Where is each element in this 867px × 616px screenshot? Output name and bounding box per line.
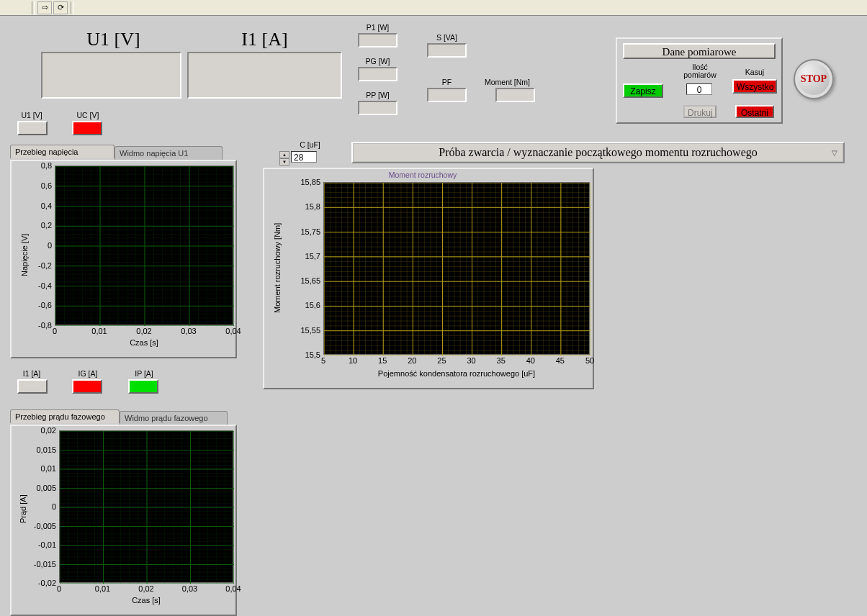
s-label: S [VA] [427, 33, 467, 42]
voltage-chart-xlabel: Czas [s] [55, 338, 233, 347]
moment-chart-title: Moment rozruchowy [351, 171, 495, 179]
pf-label: PF [427, 78, 467, 86]
ostatni-button[interactable]: Ostatni [735, 105, 774, 118]
u1-indicator [17, 121, 48, 135]
moment-chart-plot[interactable] [323, 182, 590, 355]
run-loop-button[interactable]: ⟳ [53, 1, 68, 14]
current-tab-spectrum[interactable]: Widmo prądu fazowego [120, 411, 228, 425]
moment-chart-panel: Moment rozruchowy Moment rozruchowy [Nm]… [263, 168, 594, 389]
c-label: C [uF] [290, 140, 330, 149]
p1-value [358, 33, 397, 47]
s-value [427, 43, 467, 58]
ig-indicator-label: IG [A] [70, 369, 106, 378]
voltage-chart-panel: Napięcie [V] Czas [s] 0,80,60,40,20-0,2-… [10, 160, 237, 358]
current-tab-waveform[interactable]: Przebieg prądu fazowego [10, 409, 120, 423]
voltage-tab-spectrum[interactable]: Widmo napięcia U1 [114, 146, 223, 160]
drukuj-button[interactable]: Drukuj [683, 105, 716, 118]
current-tabs: Przebieg prądu fazowego Widmo prądu fazo… [10, 409, 228, 423]
i1-label: I1 [A] [194, 29, 335, 50]
spinner-down-icon[interactable]: ▼ [279, 158, 289, 166]
voltage-tabs: Przebieg napięcia Widmo napięcia U1 [10, 145, 223, 158]
chevron-down-icon: ▽ [832, 149, 837, 157]
mode-dropdown[interactable]: Próba zwarcia / wyznaczanie początkowego… [351, 142, 845, 163]
uc-indicator-label: UC [V] [70, 111, 106, 119]
u1-display [41, 52, 181, 99]
toolbar-separator [71, 1, 73, 14]
pp-label: PP [W] [358, 91, 397, 99]
ilosc-pomiarow-value: 0 [686, 83, 712, 95]
u1-label: U1 [V] [50, 29, 176, 50]
pg-value [358, 67, 397, 81]
current-chart-plot[interactable] [59, 430, 233, 583]
pp-value [358, 101, 397, 115]
wszystko-button[interactable]: Wszystko [732, 79, 777, 94]
voltage-chart-ylabel: Napięcie [V] [20, 234, 29, 276]
c-spinner[interactable]: ▲▼ [279, 151, 289, 166]
current-chart-panel: Prąd [A] Czas [s] 0,020,0150,010,0050-0,… [10, 425, 237, 616]
run-button[interactable]: ⇨ [37, 1, 52, 14]
i1-display [187, 52, 342, 99]
c-value[interactable]: 28 [291, 151, 317, 163]
app-toolbar: ⇨ ⟳ [0, 0, 867, 16]
ilosc-pomiarow-label: Ilość pomiarów [678, 63, 722, 79]
spinner-up-icon[interactable]: ▲ [279, 151, 289, 158]
pf-value [427, 88, 467, 102]
moment-chart-xlabel: Pojemność kondensatora rozruchowego [uF] [323, 369, 590, 378]
kasuj-label: Kasuj [732, 68, 777, 76]
ip-indicator-label: IP [A] [126, 369, 162, 378]
voltage-tab-waveform[interactable]: Przebieg napięcia [10, 145, 114, 158]
moment-value [495, 88, 535, 102]
i1-indicator-label: I1 [A] [14, 369, 50, 378]
measurements-title-button[interactable]: Dane pomiarowe [623, 43, 776, 59]
i1-indicator [17, 379, 48, 394]
toolbar-separator [32, 1, 35, 14]
stop-button[interactable]: STOP [794, 59, 834, 99]
zapisz-button[interactable]: Zapisz [623, 83, 663, 98]
measurements-panel: Dane pomiarowe Zapisz Ilość pomiarów 0 D… [616, 37, 783, 124]
ip-indicator [128, 379, 158, 394]
current-chart-xlabel: Czas [s] [59, 596, 233, 604]
uc-indicator [72, 121, 102, 135]
u1-indicator-label: U1 [V] [14, 111, 50, 119]
moment-label: Moment [Nm] [477, 78, 538, 86]
mode-dropdown-label: Próba zwarcia / wyznaczanie początkowego… [439, 146, 757, 159]
pg-label: PG [W] [358, 57, 397, 65]
ig-indicator [72, 379, 102, 394]
p1-label: P1 [W] [358, 23, 397, 32]
moment-chart-ylabel: Moment rozruchowy [Nm] [273, 223, 282, 313]
voltage-chart-plot[interactable] [55, 166, 233, 325]
